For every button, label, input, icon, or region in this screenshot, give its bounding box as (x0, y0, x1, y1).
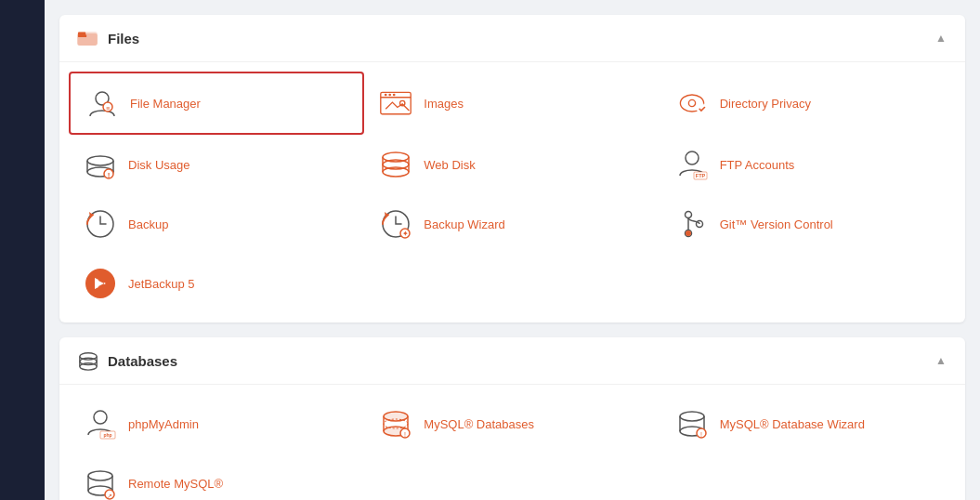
main-content: Files ▲ ≡ File Manager (45, 0, 980, 500)
git-version-control-label: Git™ Version Control (720, 217, 833, 231)
svg-text:≡: ≡ (106, 105, 110, 112)
file-manager-icon: ≡ (85, 86, 119, 120)
ftp-accounts-icon: FTP (675, 148, 709, 181)
remote-mysql-item[interactable]: ↗ Remote MySQL® (69, 454, 364, 500)
svg-point-38 (685, 212, 691, 218)
svg-point-10 (389, 94, 392, 97)
databases-section-header[interactable]: Databases ▲ (59, 337, 965, 385)
svg-point-19 (87, 156, 113, 165)
sidebar (0, 0, 45, 500)
svg-point-62 (680, 412, 704, 421)
jetbackup5-item[interactable]: JetBackup 5 (69, 254, 364, 313)
svg-text:!: ! (404, 431, 406, 438)
jetbackup5-icon (84, 267, 117, 300)
images-item[interactable]: Images (364, 72, 660, 135)
files-section-title: Files (108, 31, 139, 46)
phpmyadmin-label: phpMyAdmin (128, 417, 199, 431)
svg-point-29 (686, 151, 699, 164)
files-section-header[interactable]: Files ▲ (59, 15, 965, 62)
backup-wizard-icon: ✦ (379, 207, 412, 241)
databases-icon (78, 350, 98, 371)
svg-point-52 (94, 411, 107, 424)
directory-privacy-item[interactable]: Directory Privacy (660, 72, 956, 135)
backup-icon (84, 207, 117, 241)
disk-usage-icon: ! (84, 148, 117, 181)
mysql-database-wizard-icon: ! (675, 407, 709, 441)
files-grid: ≡ File Manager (59, 62, 965, 322)
disk-usage-item[interactable]: ! Disk Usage (69, 135, 364, 194)
directory-privacy-icon (675, 86, 709, 120)
svg-text:php: php (103, 432, 111, 438)
backup-item[interactable]: Backup (69, 194, 364, 254)
remote-mysql-label: Remote MySQL® (128, 477, 223, 491)
files-section: Files ▲ ≡ File Manager (59, 15, 965, 322)
files-icon (78, 28, 98, 48)
svg-text:!: ! (108, 171, 111, 179)
databases-chevron: ▲ (935, 354, 947, 367)
svg-text:!: ! (700, 431, 702, 438)
images-icon (379, 86, 412, 120)
mysql-databases-item[interactable]: ! MySQL® Databases (364, 394, 660, 454)
mysql-database-wizard-item[interactable]: ! MySQL® Database Wizard (660, 394, 956, 454)
images-label: Images (424, 97, 464, 111)
ftp-accounts-item[interactable]: FTP FTP Accounts (660, 135, 956, 194)
backup-wizard-item[interactable]: ✦ Backup Wizard (364, 194, 660, 254)
databases-grid: php phpMyAdmin ! (59, 385, 965, 500)
svg-text:FTP: FTP (695, 173, 705, 178)
svg-text:✦: ✦ (402, 230, 409, 238)
disk-usage-label: Disk Usage (128, 158, 189, 172)
git-version-control-item[interactable]: Git™ Version Control (660, 194, 956, 254)
files-header-left: Files (78, 28, 139, 48)
svg-point-68 (88, 471, 112, 480)
web-disk-icon (379, 148, 412, 181)
svg-point-42 (686, 230, 691, 236)
svg-rect-3 (78, 33, 85, 36)
backup-wizard-label: Backup Wizard (424, 217, 504, 231)
mysql-database-wizard-label: MySQL® Database Wizard (720, 417, 865, 431)
file-manager-item[interactable]: ≡ File Manager (69, 72, 364, 135)
file-manager-label: File Manager (130, 97, 201, 111)
phpmyadmin-icon: php (84, 407, 117, 441)
svg-text:↗: ↗ (107, 493, 112, 499)
web-disk-item[interactable]: Web Disk (364, 135, 660, 194)
git-version-control-icon (675, 207, 709, 241)
web-disk-label: Web Disk (424, 158, 475, 172)
mysql-databases-label: MySQL® Databases (424, 417, 534, 431)
phpmyadmin-item[interactable]: php phpMyAdmin (69, 394, 364, 454)
ftp-accounts-label: FTP Accounts (720, 158, 795, 172)
svg-point-11 (393, 94, 396, 97)
svg-point-51 (80, 363, 97, 370)
databases-header-left: Databases (78, 350, 177, 371)
remote-mysql-icon: ↗ (84, 467, 117, 500)
svg-point-14 (688, 99, 695, 106)
databases-section-title: Databases (108, 353, 177, 369)
files-chevron: ▲ (935, 32, 947, 45)
jetbackup5-label: JetBackup 5 (128, 277, 195, 291)
directory-privacy-label: Directory Privacy (720, 97, 811, 111)
databases-section: Databases ▲ php phpMyAdmin (59, 337, 965, 500)
svg-point-9 (385, 94, 387, 97)
mysql-databases-icon: ! (379, 407, 412, 441)
backup-label: Backup (128, 217, 168, 231)
svg-point-12 (400, 100, 405, 105)
